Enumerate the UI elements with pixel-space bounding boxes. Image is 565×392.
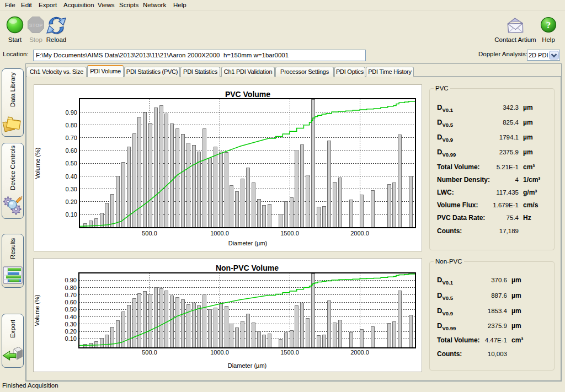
svg-text:1000.0: 1000.0 [210, 230, 229, 237]
svg-text:2000.0: 2000.0 [350, 230, 369, 237]
svg-text:2000.0: 2000.0 [350, 349, 369, 356]
svg-text:PVC Volume: PVC Volume [225, 90, 270, 99]
svg-text:0.70: 0.70 [65, 292, 77, 298]
svg-text:1000.0: 1000.0 [210, 349, 229, 356]
svg-text:Diameter (µm): Diameter (µm) [228, 362, 267, 369]
svg-text:1500.0: 1500.0 [280, 230, 299, 237]
svg-text:0.50: 0.50 [66, 160, 77, 167]
svg-text:0.30: 0.30 [65, 321, 77, 327]
svg-text:STOP: STOP [29, 23, 42, 28]
svg-text:500.0: 500.0 [142, 349, 157, 356]
svg-text:0.60: 0.60 [66, 147, 77, 154]
svg-text:0.50: 0.50 [65, 306, 77, 313]
svg-text:0.20: 0.20 [65, 328, 77, 335]
svg-text:0.90: 0.90 [66, 109, 77, 116]
svg-text:0.80: 0.80 [65, 284, 77, 291]
svg-text:Non-PVC Volume: Non-PVC Volume [216, 264, 279, 272]
svg-text:0.70: 0.70 [66, 135, 77, 141]
svg-text:0.90: 0.90 [65, 277, 77, 283]
svg-text:1500.0: 1500.0 [280, 349, 299, 356]
svg-text:0.60: 0.60 [65, 299, 77, 305]
svg-text:0.40: 0.40 [66, 173, 77, 180]
svg-text:0.80: 0.80 [66, 122, 77, 128]
svg-text:Volume (%): Volume (%) [34, 295, 40, 326]
svg-text:0.40: 0.40 [65, 314, 77, 320]
svg-text:0.30: 0.30 [66, 186, 77, 192]
svg-text:0.10: 0.10 [65, 335, 77, 342]
svg-text:0.10: 0.10 [66, 211, 77, 218]
svg-text:Volume (%): Volume (%) [34, 148, 41, 179]
svg-text:500.0: 500.0 [142, 230, 157, 237]
svg-text:?: ? [546, 20, 551, 30]
svg-text:Diameter (µm): Diameter (µm) [228, 240, 268, 246]
svg-text:0.20: 0.20 [66, 198, 77, 205]
